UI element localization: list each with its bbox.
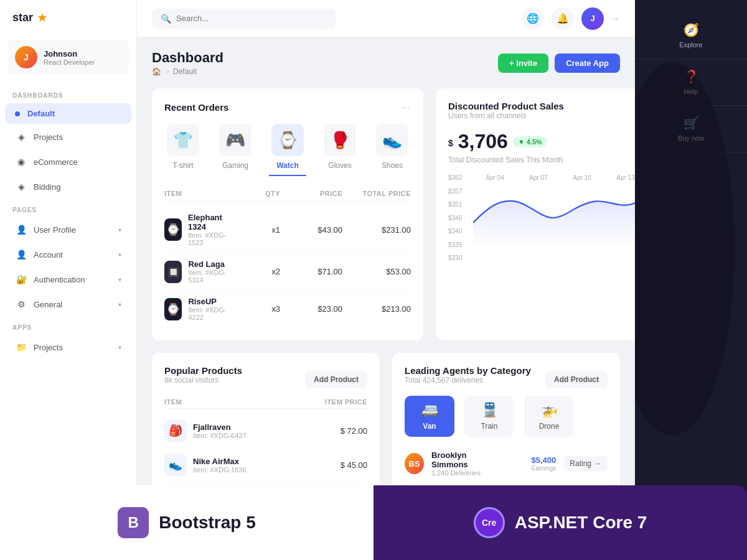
agent-earnings-col: $5,400 Earnings [506, 455, 556, 472]
chevron-down-icon: ▾ [118, 251, 121, 258]
sales-number: 3,706 [458, 130, 508, 153]
watch-icon: ⌚ [271, 124, 304, 156]
tab-tshirt[interactable]: 👕 T-shirt [164, 124, 202, 176]
aspnet-letter: Cre [482, 518, 496, 528]
user-name: Johnson [44, 49, 95, 58]
product-details: Nike AirMax Item: #XDG-1836 [193, 457, 247, 474]
chart-y-label: $357 [448, 188, 462, 195]
agent-tab-van[interactable]: 🚐 Van [405, 396, 454, 437]
col-total: TOTAL PRICE [342, 190, 411, 197]
product-info: 👟 Nike AirMax Item: #XDG-1836 [164, 454, 305, 476]
col-price: PRICE [280, 190, 342, 197]
agents-title-block: Leading Agents by Category Total 424,567… [405, 365, 531, 393]
create-app-button[interactable]: Create App [555, 54, 620, 73]
rating-button[interactable]: Rating → [563, 456, 608, 471]
tab-gloves[interactable]: 🥊 Gloves [321, 124, 359, 176]
tab-label: Gloves [328, 161, 351, 170]
notifications-button[interactable]: 🔔 [552, 7, 574, 30]
explore-label: Explore [679, 41, 702, 49]
arrow-right-icon: → [594, 459, 601, 468]
bootstrap-letter: B [128, 514, 139, 531]
popular-title-block: Popular Products 8k social visitors [164, 365, 242, 393]
search-bar[interactable]: 🔍 [152, 9, 336, 29]
sidebar-user[interactable]: J Johnson React Developer [7, 40, 129, 75]
sidebar-item-label: Projects [34, 133, 121, 142]
sidebar-item-label: General [34, 300, 112, 309]
theme-toggle-button[interactable]: 🌐 [522, 7, 544, 30]
aspnet-text: ASP.NET Core 7 [515, 513, 647, 533]
tab-watch[interactable]: ⌚ Watch [269, 124, 306, 176]
invite-button[interactable]: + Invite [498, 54, 548, 73]
explore-button[interactable]: 🧭 Explore [635, 12, 747, 59]
col-item: ITEM [164, 398, 305, 406]
sidebar-item-default[interactable]: Default [5, 103, 131, 124]
sidebar-item-general[interactable]: ⚙ General ▾ [5, 292, 131, 316]
right-panel: 🧭 Explore ❓ Help 🛒 Buy now [635, 0, 747, 560]
order-item-image: ⌚ [164, 218, 182, 241]
product-name: Fjallraven [193, 422, 247, 432]
add-product-button-agents[interactable]: Add Product [545, 371, 608, 388]
breadcrumb-separator: > [165, 67, 169, 76]
col-price: ITEM PRICE [305, 398, 367, 406]
sidebar-item-authentication[interactable]: 🔐 Authentication ▾ [5, 268, 131, 291]
add-product-button[interactable]: Add Product [305, 371, 367, 388]
tab-gaming[interactable]: 🎮 Gaming [217, 124, 254, 176]
order-item-details: Red Laga Item: #XDG-5314 [188, 259, 230, 284]
sidebar-item-bidding[interactable]: ◈ Bidding [5, 175, 131, 198]
chevron-down-icon: ▾ [118, 301, 121, 308]
search-icon: 🔍 [161, 14, 171, 24]
order-qty: x2 [230, 267, 280, 276]
agent-avatar: BS [405, 453, 424, 474]
chevron-right-icon[interactable]: → [611, 14, 620, 24]
tab-shoes[interactable]: 👟 Shoes [374, 124, 411, 176]
active-dot-icon [15, 111, 20, 116]
sidebar-item-apps-projects[interactable]: 📁 Projects ▾ [5, 335, 131, 359]
chart-svg [473, 174, 635, 247]
gaming-icon: 🎮 [219, 124, 251, 156]
order-item-id: Item: #XDG-5314 [188, 269, 230, 284]
sidebar-item-user-profile[interactable]: 👤 User Profile ▾ [5, 218, 131, 241]
sidebar-item-account[interactable]: 👤 Account ▾ [5, 243, 131, 266]
user-avatar-header[interactable]: J [581, 7, 604, 30]
card-title: Recent Orders [164, 102, 228, 113]
table-row: BS Brooklyn Simmons 1,240 Deliveries $5,… [405, 446, 608, 482]
agent-tab-train[interactable]: 🚆 Train [464, 396, 514, 437]
product-tabs: 👕 T-shirt 🎮 Gaming ⌚ Watch 🥊 Gloves [164, 124, 411, 176]
sidebar-item-projects[interactable]: ◈ Projects [5, 125, 131, 149]
sidebar: star ★ J Johnson React Developer DASHBOA… [0, 0, 137, 560]
orders-table-header: ITEM QTY PRICE TOTAL PRICE [164, 186, 411, 202]
recent-orders-card: Recent Orders ··· 👕 T-shirt 🎮 Gaming ⌚ [152, 88, 423, 340]
table-row: ⌚ RiseUP Item: #XDG-4222 x3 $23.00 $213.… [164, 291, 411, 328]
compass-icon: 🧭 [684, 22, 699, 37]
ecommerce-icon: ◉ [15, 156, 27, 168]
sidebar-item-label: Bidding [34, 182, 121, 192]
dashboard-grid: Recent Orders ··· 👕 T-shirt 🎮 Gaming ⌚ [152, 88, 620, 340]
aspnet-banner: Cre ASP.NET Core 7 [374, 485, 747, 560]
page-title-block: Dashboard 🏠 > Default [152, 50, 223, 76]
search-input[interactable] [176, 14, 327, 23]
auth-icon: 🔐 [15, 273, 27, 286]
account-icon: 👤 [15, 248, 27, 261]
discounted-sales-card: Discounted Product Sales Users from all … [436, 88, 635, 340]
order-item-info: ⌚ Elephant 1324 Item: #XDG-1523 [164, 213, 230, 246]
order-qty: x3 [230, 304, 280, 314]
agent-tab-label: Drone [539, 422, 560, 431]
sidebar-item-ecommerce[interactable]: ◉ eCommerce [5, 150, 131, 174]
table-row: 🔲 Red Laga Item: #XDG-5314 x2 $71.00 $53… [164, 253, 411, 291]
page-header: Dashboard 🏠 > Default + Invite Create Ap… [152, 50, 620, 76]
col-qty: QTY [230, 190, 280, 197]
card-menu-icon[interactable]: ··· [402, 101, 411, 114]
chart-y-label: $330 [448, 254, 462, 261]
agent-tab-drone[interactable]: 🚁 Drone [524, 396, 574, 437]
order-item-image: ⌚ [164, 298, 182, 320]
card-header: Recent Orders ··· [164, 101, 411, 114]
order-total: $231.00 [342, 225, 411, 235]
chevron-down-icon: ▾ [118, 344, 121, 351]
content-area: Dashboard 🏠 > Default + Invite Create Ap… [137, 37, 635, 560]
chart-y-label: $362 [448, 174, 462, 181]
chevron-down-icon: ▾ [118, 276, 121, 283]
bootstrap-icon: B [118, 507, 149, 538]
product-image: 👟 [164, 454, 187, 476]
product-info: 🎒 Fjallraven Item: #XDG-6437 [164, 419, 305, 442]
agents-header: Leading Agents by Category Total 424,567… [405, 365, 608, 393]
